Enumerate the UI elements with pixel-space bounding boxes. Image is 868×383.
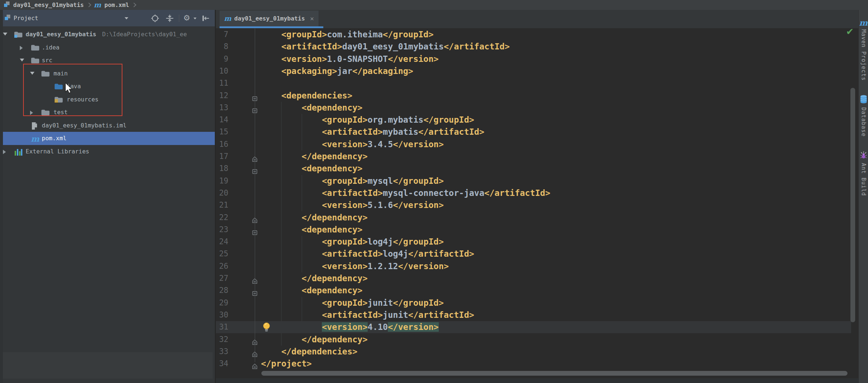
- line-number: 29: [216, 297, 228, 309]
- vertical-scrollbar[interactable]: [850, 88, 855, 322]
- collapse-all-icon[interactable]: [166, 14, 174, 24]
- code-line-23[interactable]: 23 <dependency>: [216, 224, 851, 236]
- inspection-status-icon[interactable]: ✔: [846, 26, 854, 37]
- locate-icon[interactable]: [151, 14, 159, 24]
- code-text: <dependency>: [261, 224, 363, 236]
- tree-item-java[interactable]: java: [0, 80, 215, 93]
- code-text: <dependency>: [261, 163, 363, 175]
- project-path: D:\IdeaProjects\day01_ee: [102, 31, 187, 38]
- editor-tab-bar: m day01_eesy_01mybatis ×: [216, 10, 858, 28]
- maven-icon: m: [224, 15, 231, 22]
- tree-item-label: resources: [67, 93, 99, 106]
- maven-icon: m: [94, 1, 101, 8]
- line-number: 23: [216, 224, 228, 236]
- tree-item-src[interactable]: src: [0, 54, 215, 67]
- chevron-right-icon: [132, 3, 136, 7]
- fold-end-icon[interactable]: [252, 361, 257, 373]
- code-text: <version>4.10</version>: [261, 321, 439, 333]
- expand-arrow-icon[interactable]: [30, 72, 34, 75]
- close-icon[interactable]: ×: [310, 15, 314, 22]
- code-line-22[interactable]: 22 </dependency>: [216, 212, 851, 224]
- code-line-15[interactable]: 15 <artifactId>mybatis</artifactId>: [216, 126, 851, 138]
- code-line-27[interactable]: 27 </dependency>: [216, 272, 851, 285]
- iml-file-icon: [31, 122, 40, 129]
- line-number: 10: [216, 65, 228, 77]
- code-line-30[interactable]: 30 <artifactId>junit</artifactId>: [216, 309, 851, 321]
- chevron-down-icon[interactable]: [125, 17, 128, 19]
- code-text: </dependency>: [261, 272, 368, 285]
- code-line-18[interactable]: 18 <dependency>: [216, 163, 851, 175]
- code-line-29[interactable]: 29 <groupId>junit</groupId>: [216, 297, 851, 309]
- code-line-33[interactable]: 33 </dependencies>: [216, 346, 851, 358]
- toolbar-divider: [179, 15, 179, 22]
- tool-stripe-ant-build[interactable]: Ant Build: [859, 151, 868, 196]
- folder-icon: [41, 109, 50, 116]
- tree-item-label: External Libraries: [26, 145, 89, 158]
- expand-arrow-icon[interactable]: [20, 59, 24, 62]
- code-line-24[interactable]: 24 <groupId>log4j</groupId>: [216, 236, 851, 248]
- code-line-7[interactable]: 7 <groupId>com.itheima</groupId>: [216, 29, 851, 41]
- code-line-34[interactable]: 34</project>: [216, 358, 851, 370]
- line-number: 34: [216, 358, 228, 370]
- collapse-arrow-icon[interactable]: [30, 111, 33, 115]
- collapse-arrow-icon[interactable]: [20, 46, 23, 50]
- tree-item-label: day01_eesy_01mybatisD:\IdeaProjects\day0…: [26, 28, 187, 41]
- code-line-28[interactable]: 28 <dependency>: [216, 285, 851, 297]
- line-number: 14: [216, 114, 228, 126]
- project-panel-header: Project ⚙: [0, 10, 215, 26]
- project-folder-icon: [14, 31, 23, 38]
- tool-stripe-database[interactable]: Database: [859, 95, 868, 137]
- line-number: 20: [216, 187, 228, 199]
- code-text: <dependencies>: [261, 90, 352, 102]
- collapse-arrow-icon[interactable]: [3, 150, 6, 154]
- code-line-9[interactable]: 9 <version>1.0-SNAPSHOT</version>: [216, 53, 851, 65]
- code-text: </dependency>: [261, 212, 368, 224]
- panel-title: Project: [14, 15, 38, 22]
- code-line-32[interactable]: 32 </dependency>: [216, 334, 851, 346]
- tool-stripe-label: Maven Projects: [860, 29, 867, 81]
- code-line-19[interactable]: 19 <groupId>mysql</groupId>: [216, 175, 851, 187]
- code-line-8[interactable]: 8 <artifactId>day01_eesy_01mybatis</arti…: [216, 41, 851, 53]
- code-line-11[interactable]: 11: [216, 77, 851, 89]
- breadcrumb-project[interactable]: day01_eesy_01mybatis: [13, 1, 84, 8]
- code-line-14[interactable]: 14 <groupId>org.mybatis</groupId>: [216, 114, 851, 126]
- line-number: 28: [216, 285, 228, 297]
- ant-icon: [860, 151, 868, 161]
- code-text: <artifactId>day01_eesy_01mybatis</artifa…: [261, 41, 510, 53]
- hide-panel-icon[interactable]: [202, 14, 210, 24]
- tree-item-day01-eesy-01mybatis[interactable]: day01_eesy_01mybatisD:\IdeaProjects\day0…: [0, 28, 215, 41]
- line-number: 18: [216, 163, 228, 175]
- gear-icon[interactable]: ⚙: [183, 14, 190, 22]
- tree-item-label: .idea: [42, 41, 59, 54]
- code-text: <artifactId>junit</artifactId>: [261, 309, 474, 321]
- expand-arrow-icon[interactable]: [3, 33, 7, 36]
- horizontal-scrollbar[interactable]: [261, 371, 847, 376]
- code-line-31[interactable]: 31 <version>4.10</version>: [216, 321, 851, 333]
- tree-item-test[interactable]: test: [0, 106, 215, 119]
- code-line-26[interactable]: 26 <version>1.2.12</version>: [216, 260, 851, 272]
- tree-item-main[interactable]: main: [0, 67, 215, 80]
- chevron-right-icon: [87, 3, 91, 7]
- tree-item-day01-eesy-01mybatis-iml[interactable]: day01_eesy_01mybatis.iml: [0, 119, 215, 132]
- tree-item-pom-xml[interactable]: mpom.xml: [0, 132, 215, 145]
- tree-item-label: src: [42, 54, 52, 67]
- code-line-12[interactable]: 12 <dependencies>: [216, 90, 851, 102]
- code-line-10[interactable]: 10 <packaging>jar</packaging>: [216, 65, 851, 77]
- tool-stripe-maven-projects[interactable]: mMaven Projects: [859, 19, 868, 81]
- code-line-25[interactable]: 25 <artifactId>log4j</artifactId>: [216, 248, 851, 260]
- code-line-20[interactable]: 20 <artifactId>mysql-connector-java</art…: [216, 187, 851, 199]
- tree-item-external-libraries[interactable]: External Libraries: [0, 145, 215, 158]
- tree-item-resources[interactable]: resources: [0, 93, 215, 106]
- line-number: 12: [216, 90, 228, 102]
- tree-item--idea[interactable]: .idea: [0, 41, 215, 54]
- code-line-17[interactable]: 17 </dependency>: [216, 150, 851, 163]
- code-line-16[interactable]: 16 <version>3.4.5</version>: [216, 138, 851, 150]
- tab-pom-xml[interactable]: m day01_eesy_01mybatis ×: [220, 11, 319, 26]
- code-line-13[interactable]: 13 <dependency>: [216, 102, 851, 114]
- tool-stripe-label: Database: [860, 107, 867, 137]
- tree-item-label: pom.xml: [42, 132, 66, 145]
- folder-icon: [41, 70, 50, 77]
- project-icon: [4, 14, 11, 22]
- breadcrumb-file[interactable]: pom.xml: [104, 1, 129, 8]
- code-line-21[interactable]: 21 <version>5.1.6</version>: [216, 199, 851, 211]
